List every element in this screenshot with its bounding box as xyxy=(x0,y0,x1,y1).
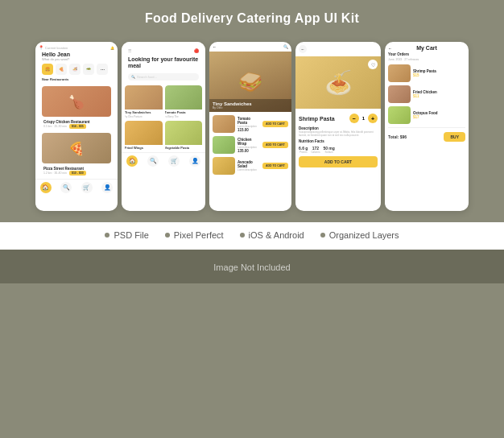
food-card-name-1: Tiny Sandwiches xyxy=(125,110,163,115)
menu-item-img-1 xyxy=(213,115,235,133)
qty-increase-btn[interactable]: + xyxy=(368,114,378,123)
back-icon-5[interactable]: ← xyxy=(388,46,392,51)
feature-label-4: Organized Layers xyxy=(329,230,399,240)
menu-item-img-2 xyxy=(213,136,235,154)
menu-item-name-1: Tomato Pasta xyxy=(238,117,260,125)
nutrition-row: 6.6 g Protein 172 Calories 50 mg Sodium xyxy=(299,146,378,154)
food-emoji-1: 🍗 xyxy=(68,94,85,110)
dish-name: Shrimp Pasta xyxy=(299,116,335,122)
menu-item-img-3 xyxy=(213,157,235,175)
search-bar[interactable]: 🔍 Search food... xyxy=(128,73,199,81)
page-title: Food Delivery Catering App UI Kit xyxy=(145,11,359,25)
hero-image: 🥪 Tiny Sandwiches By Oleo xyxy=(209,52,291,112)
menu-item-price-1: 115.00 xyxy=(238,128,260,132)
feature-label-2: Pixel Perfect xyxy=(174,230,224,240)
nutrition-label: Nutrition Facts xyxy=(299,139,378,143)
menu-item-info-3: Avocado Salad Lorem description xyxy=(238,160,260,171)
back-icon-3[interactable]: ← xyxy=(213,44,217,49)
category-icon-5[interactable]: ⋯ xyxy=(97,64,108,75)
feature-dot-4 xyxy=(320,233,325,238)
notification-icon[interactable]: 🔴 xyxy=(194,48,199,53)
search-placeholder: Search food... xyxy=(137,75,157,79)
menu-item-name-3: Avocado Salad xyxy=(238,160,260,168)
restaurant-info-1: 0.5 km · 25-30 min $14 - $35 xyxy=(43,124,109,129)
near-label: Near Restaurants xyxy=(39,77,114,83)
menu-item-sub-1: Lorem description xyxy=(238,125,260,128)
feature-ios: iOS & Android xyxy=(240,230,304,240)
your-orders-label: Your Orders xyxy=(388,52,465,56)
phone4-header: ← xyxy=(295,42,381,56)
nav-profile[interactable]: 👤 xyxy=(101,182,113,193)
nutrition-sodium: 50 mg Sodium xyxy=(323,146,334,154)
food-card-4[interactable]: Vegetable Pasta xyxy=(165,121,203,151)
phone-screen-3: ← 🔍 🥪 Tiny Sandwiches By Oleo Tomato Pas… xyxy=(209,42,291,211)
footer-text: Image Not Included xyxy=(213,262,290,272)
nav2-profile[interactable]: 👤 xyxy=(189,155,200,167)
price-badge-2: $10 - $30 xyxy=(69,171,86,176)
phone-screen-2: ☰ 🔴 Looking for your favourite meal 🔍 Se… xyxy=(122,42,205,211)
favourite-heading: Looking for your favourite meal xyxy=(125,55,202,72)
restaurant-card-2: 🍕 Pizza Street Restaurant 1.2 km · 30-40… xyxy=(42,133,111,177)
category-icon-1[interactable]: 🍔 xyxy=(42,64,53,75)
total-row: Total: $96 BUY xyxy=(385,130,469,143)
category-icon-2[interactable]: 🍕 xyxy=(56,64,67,75)
quantity-row: − 1 + xyxy=(349,114,378,123)
menu-item-3: Avocado Salad Lorem description ADD TO C… xyxy=(213,157,288,175)
nav-search[interactable]: 🔍 xyxy=(60,182,72,193)
restaurant-card-1: 🍗 Crispy Chicken Restaurant 0.5 km · 25-… xyxy=(42,86,111,130)
nav-home[interactable]: 🏠 xyxy=(40,182,52,193)
screens-area: 📍 Current location 🔔 Hello Jean What do … xyxy=(0,34,504,222)
cart-item-img-2 xyxy=(388,85,411,103)
feature-label-3: iOS & Android xyxy=(249,230,304,240)
food-card-3[interactable]: Fried Wings xyxy=(125,121,163,151)
cart-item-1: Shrimp Pasta $15 xyxy=(385,64,469,82)
food-card-img-4 xyxy=(165,121,203,145)
search-icon-3[interactable]: 🔍 xyxy=(283,44,288,49)
phone-screen-5: ← My Cart ← Your Orders June, 2023 · 27 … xyxy=(385,42,469,211)
feature-label-1: PSD File xyxy=(114,230,148,240)
location-text: Current location xyxy=(45,46,68,50)
menu-item-2: Chicken Wrap Lorem description 135.00 AD… xyxy=(213,136,288,154)
food-card-name-2: Tomato Pasta xyxy=(165,110,203,115)
phone-screen-4: ← 🍝 ♡ Shrimp Pasta − 1 + Description Sus… xyxy=(295,42,381,211)
restaurant-img-1: 🍗 xyxy=(42,86,111,117)
category-icon-4[interactable]: 🥗 xyxy=(83,64,94,75)
price-badge-1: $14 - $35 xyxy=(69,124,86,129)
nav2-home[interactable]: 🏠 xyxy=(126,155,138,167)
menu-item-1: Tomato Pasta Lorem description 115.00 AD… xyxy=(213,115,288,133)
nav2-cart[interactable]: 🛒 xyxy=(168,155,180,167)
cart-item-3: Octopus Food $17 xyxy=(385,106,469,124)
main-add-to-cart-btn[interactable]: ADD TO CART xyxy=(299,156,378,167)
buy-button[interactable]: BUY xyxy=(444,132,465,142)
cart-items-list: Shrimp Pasta $15 Fried Chicken $11 Octop… xyxy=(385,64,469,124)
hero-sub: By Oleo xyxy=(213,106,288,110)
feature-dot-1 xyxy=(105,233,109,238)
category-icon-3[interactable]: 🍜 xyxy=(69,64,81,75)
cart-item-info-1: Shrimp Pasta $15 xyxy=(413,69,465,77)
menu-item-info-1: Tomato Pasta Lorem description 115.00 xyxy=(238,117,260,132)
description-text: Suscipit adipiscing pellentesque urper a… xyxy=(299,131,378,138)
menu-item-sub-2: Lorem description xyxy=(238,146,260,149)
food-card-img-2 xyxy=(165,85,203,110)
nav2-search[interactable]: 🔍 xyxy=(147,155,159,167)
favorite-button[interactable]: ♡ xyxy=(368,60,378,69)
features-bar: PSD File Pixel Perfect iOS & Android Org… xyxy=(0,222,504,250)
page-header: Food Delivery Catering App UI Kit xyxy=(0,0,504,34)
qty-decrease-btn[interactable]: − xyxy=(349,114,359,123)
food-card-2[interactable]: Tomato Pasta by Barry The xyxy=(165,85,203,118)
cart-item-img-3 xyxy=(388,106,411,124)
add-to-cart-btn-2[interactable]: ADD TO CART xyxy=(262,142,288,148)
cart-item-info-3: Octopus Food $17 xyxy=(413,111,465,119)
nav-cart[interactable]: 🛒 xyxy=(81,182,93,193)
add-to-cart-btn-3[interactable]: ADD TO CART xyxy=(262,163,288,169)
menu-icon[interactable]: ☰ xyxy=(128,48,131,53)
menu-item-info-2: Chicken Wrap Lorem description 135.00 xyxy=(238,138,260,153)
qty-value: 1 xyxy=(362,116,365,121)
page-footer: Image Not Included xyxy=(0,250,504,283)
food-card-1[interactable]: Tiny Sandwiches by Oleo Panture xyxy=(125,85,163,118)
back-button-4[interactable]: ← xyxy=(299,45,307,53)
detail-area: Shrimp Pasta − 1 + Description Suscipit … xyxy=(295,109,381,171)
main-food-image: 🍝 ♡ xyxy=(295,56,381,109)
menu-item-name-2: Chicken Wrap xyxy=(238,138,260,146)
add-to-cart-btn-1[interactable]: ADD TO CART xyxy=(262,121,288,127)
